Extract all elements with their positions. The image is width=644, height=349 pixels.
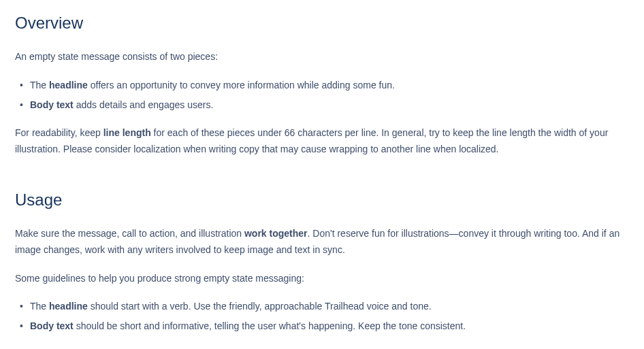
usage-intro-pre: Make sure the message, call to action, a…	[15, 228, 244, 239]
usage-bullet-list: The headline should start with a verb. U…	[15, 299, 629, 335]
usage-heading: Usage	[15, 190, 629, 210]
list-item: Body text should be short and informativ…	[30, 318, 629, 335]
bullet-pre: The	[30, 301, 49, 312]
usage-guidelines-intro: Some guidelines to help you produce stro…	[15, 271, 629, 287]
bullet-post: should start with a verb. Use the friend…	[88, 301, 432, 312]
overview-intro: An empty state message consists of two p…	[15, 49, 629, 65]
bullet-post: should be short and informative, telling…	[74, 320, 466, 331]
overview-readability: For readability, keep line length for ea…	[15, 125, 629, 158]
list-item: Body text adds details and engages users…	[30, 97, 629, 114]
bullet-post: offers an opportunity to convey more inf…	[88, 80, 395, 90]
bullet-bold: Body text	[30, 99, 74, 110]
readability-pre: For readability, keep	[15, 127, 103, 138]
bullet-bold: headline	[49, 80, 88, 90]
overview-bullet-list: The headline offers an opportunity to co…	[15, 78, 629, 114]
list-item: The headline offers an opportunity to co…	[30, 78, 629, 94]
usage-intro-bold: work together	[244, 228, 308, 239]
usage-intro: Make sure the message, call to action, a…	[15, 226, 629, 259]
overview-heading: Overview	[15, 14, 629, 33]
readability-bold: line length	[103, 127, 151, 138]
bullet-pre: The	[30, 80, 49, 90]
list-item: The headline should start with a verb. U…	[30, 299, 629, 315]
bullet-post: adds details and engages users.	[74, 99, 213, 110]
bullet-bold: Body text	[30, 320, 74, 331]
bullet-bold: headline	[49, 301, 88, 312]
